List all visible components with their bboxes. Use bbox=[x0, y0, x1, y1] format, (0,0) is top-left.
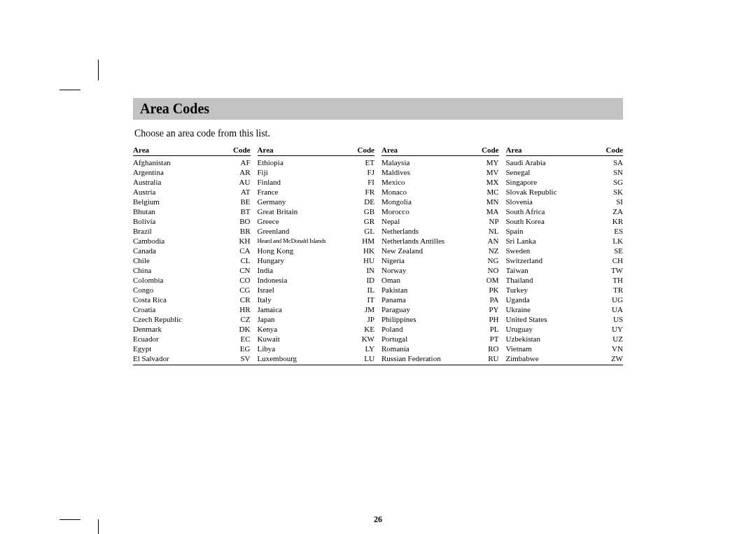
table-row: FranceFR bbox=[258, 187, 375, 197]
table-row: Costa RicaCR bbox=[133, 295, 251, 304]
area-code: NO bbox=[478, 265, 499, 275]
area-code: ZA bbox=[602, 206, 623, 216]
area-code: DK bbox=[230, 324, 251, 334]
area-code-column: AreaCodeSaudi ArabiaSASenegalSNSingapore… bbox=[506, 145, 624, 363]
area-name: Poland bbox=[382, 324, 478, 334]
area-name: Morocco bbox=[382, 206, 478, 216]
area-name: Luxembourg bbox=[258, 353, 354, 363]
area-name: Greece bbox=[258, 216, 354, 226]
area-code: UA bbox=[602, 304, 623, 314]
area-code: SV bbox=[230, 353, 251, 363]
area-code: OM bbox=[478, 275, 499, 285]
table-row: ParaguayPY bbox=[382, 304, 499, 314]
area-name: Senegal bbox=[506, 167, 603, 177]
header-code: Code bbox=[230, 145, 251, 155]
area-name: Chile bbox=[133, 255, 230, 265]
area-name: Hungary bbox=[258, 255, 354, 265]
area-name: Finland bbox=[258, 177, 354, 187]
table-row: BoliviaBO bbox=[133, 216, 251, 226]
table-row: NorwayNO bbox=[382, 265, 499, 275]
area-name: Panama bbox=[382, 295, 478, 304]
area-code: GL bbox=[354, 226, 374, 236]
table-row: MoroccoMA bbox=[382, 206, 499, 216]
table-row: JamaicaJM bbox=[258, 304, 375, 314]
table-row: PanamaPA bbox=[382, 295, 499, 304]
area-name: Pakistan bbox=[382, 285, 478, 295]
table-row: LuxembourgLU bbox=[258, 353, 375, 363]
table-row: UruguayUY bbox=[506, 324, 624, 334]
area-name: Maldives bbox=[382, 167, 478, 177]
area-code: MX bbox=[478, 177, 499, 187]
area-code: UG bbox=[602, 295, 623, 304]
area-code: BE bbox=[230, 197, 251, 206]
header-area: Area bbox=[133, 145, 230, 155]
area-code: TW bbox=[602, 265, 623, 275]
area-code: HU bbox=[354, 255, 374, 265]
area-name: Fiji bbox=[258, 167, 354, 177]
area-name: Zimbabwe bbox=[506, 353, 603, 363]
header-code: Code bbox=[354, 145, 374, 155]
table-row: KenyaKE bbox=[258, 324, 375, 334]
area-name: Hong Kong bbox=[258, 246, 354, 255]
area-name: Egypt bbox=[133, 344, 230, 353]
table-row: MonacoMC bbox=[382, 187, 499, 197]
area-code: CN bbox=[230, 265, 251, 275]
table-row: SingaporeSG bbox=[506, 177, 624, 187]
area-name: Singapore bbox=[506, 177, 603, 187]
crop-mark bbox=[98, 59, 99, 80]
area-code: SK bbox=[602, 187, 623, 197]
area-code: LK bbox=[602, 236, 623, 246]
table-row: GermanyDE bbox=[258, 197, 375, 206]
table-row: Saudi ArabiaSA bbox=[506, 157, 624, 167]
area-name: Ethiopia bbox=[258, 157, 354, 167]
area-name: Argentina bbox=[133, 167, 230, 177]
area-code: CZ bbox=[230, 314, 251, 324]
area-name: Ecuador bbox=[133, 334, 230, 344]
area-code: JP bbox=[354, 314, 374, 324]
area-code: SE bbox=[602, 246, 623, 255]
area-code: MY bbox=[478, 157, 499, 167]
area-code: SN bbox=[602, 167, 623, 177]
area-code: PT bbox=[478, 334, 499, 344]
area-code: SA bbox=[602, 157, 623, 167]
area-code: BT bbox=[230, 206, 251, 216]
table-row: TaiwanTW bbox=[506, 265, 624, 275]
area-name: Jamaica bbox=[258, 304, 354, 314]
area-name: Kenya bbox=[258, 324, 354, 334]
area-name: El Salvador bbox=[133, 353, 230, 363]
area-name: Cambodia bbox=[133, 236, 230, 246]
table-row: AustriaAT bbox=[133, 187, 251, 197]
table-row: CanadaCA bbox=[133, 246, 251, 255]
column-header: AreaCode bbox=[258, 145, 375, 156]
area-code: IT bbox=[354, 295, 374, 304]
table-row: PolandPL bbox=[382, 324, 499, 334]
area-name: Indonesia bbox=[258, 275, 354, 285]
area-name: Switzerland bbox=[506, 255, 603, 265]
area-name: France bbox=[258, 187, 354, 197]
table-row: Netherlands AntillesAN bbox=[382, 236, 499, 246]
area-code: CO bbox=[230, 275, 251, 285]
area-name: Congo bbox=[133, 285, 230, 295]
area-name: Bolivia bbox=[133, 216, 230, 226]
area-code: AN bbox=[478, 236, 499, 246]
area-code: NP bbox=[478, 216, 499, 226]
table-row: MaldivesMV bbox=[382, 167, 499, 177]
area-name: Canada bbox=[133, 246, 230, 255]
area-code: RO bbox=[478, 344, 499, 353]
area-code: ID bbox=[354, 275, 374, 285]
area-name: Croatia bbox=[133, 304, 230, 314]
table-row: Czech RepublicCZ bbox=[133, 314, 251, 324]
table-row: FijiFJ bbox=[258, 167, 375, 177]
area-code: HK bbox=[354, 246, 374, 255]
column-header: AreaCode bbox=[133, 145, 251, 156]
table-row: PakistanPK bbox=[382, 285, 499, 295]
area-name: Sweden bbox=[506, 246, 603, 255]
area-name: Heard and McDonald Islands bbox=[258, 236, 354, 246]
page-content: Area Codes Choose an area code from this… bbox=[133, 98, 623, 365]
page-number: 26 bbox=[0, 514, 756, 525]
area-name: Malaysia bbox=[382, 157, 478, 167]
header-area: Area bbox=[258, 145, 354, 155]
area-name: Taiwan bbox=[506, 265, 603, 275]
column-header: AreaCode bbox=[382, 145, 499, 156]
area-code: PY bbox=[478, 304, 499, 314]
